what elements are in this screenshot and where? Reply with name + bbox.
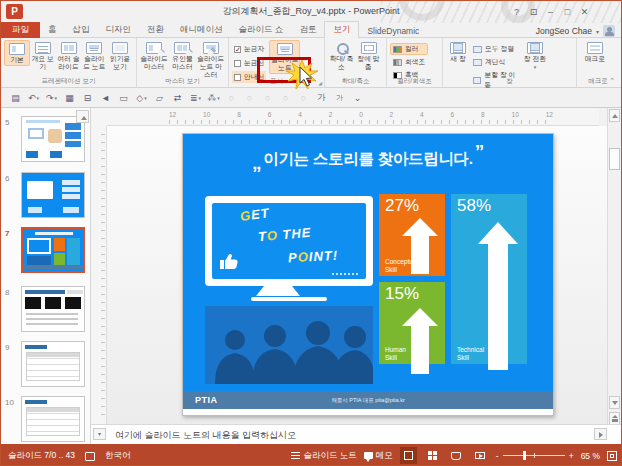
slide-sorter-button[interactable]: 여러 슬라이드 <box>56 40 82 72</box>
stat-box-technical[interactable]: 58% TechnicalSkill <box>451 194 527 364</box>
comments-toggle[interactable]: 메모 <box>364 450 393 462</box>
shape-style-icon[interactable]: ○ <box>241 90 258 106</box>
undo-icon[interactable]: ↶ <box>25 90 42 106</box>
grid-icon[interactable]: ▦ <box>61 90 78 106</box>
zoom-out-icon[interactable]: - <box>496 451 499 461</box>
group-label-color: 컬러/회색조 <box>387 77 442 86</box>
vertical-ruler[interactable] <box>91 126 107 424</box>
horizontal-ruler[interactable]: 12108 642 024 6810 12 <box>107 108 599 126</box>
tab-slidedynamic[interactable]: SlideDynamic <box>359 24 427 38</box>
notes-toggle-button[interactable]: 슬라이드 노트 <box>269 40 300 74</box>
language-indicator[interactable]: 한국어 <box>105 450 131 462</box>
slide-master-button[interactable]: 슬라이드 마스터 <box>140 40 168 72</box>
shapes-icon[interactable]: ◇ <box>133 90 150 106</box>
ruler-checkbox[interactable]: ✓ <box>234 46 241 53</box>
notes-pane[interactable]: ▾ 여기에 슬라이드 노트의 내용을 입력하십시오 <box>91 424 622 444</box>
qat-more-icon[interactable]: ⌄ <box>349 90 366 106</box>
scrollbar-thumb[interactable] <box>609 148 620 170</box>
zoom-track[interactable] <box>503 455 565 456</box>
stat-box-human[interactable]: 15% HumanSkill <box>379 282 445 364</box>
open-quote: „ <box>252 152 261 173</box>
shape-style-icon[interactable]: ○ <box>295 90 312 106</box>
outline-view-button[interactable]: 개요 보기 <box>30 40 56 72</box>
gridlines-checkbox-row[interactable]: 눈금선 <box>232 57 266 69</box>
open-folder-icon[interactable]: ▱ <box>151 90 168 106</box>
monitor-graphic[interactable]: GET TO THE POINT! <box>205 196 373 286</box>
notes-placeholder[interactable]: 여기에 슬라이드 노트의 내용을 입력하십시오 <box>115 429 296 442</box>
slide-title[interactable]: „이기는 스토리를 찾아드립니다.” <box>183 147 553 170</box>
tab-view[interactable]: 보기 <box>324 21 359 38</box>
slide-number-indicator[interactable]: 슬라이드 7/0 .. 43 <box>8 450 75 462</box>
zoom-icon <box>334 42 350 54</box>
audio-icon[interactable]: ◄ <box>97 90 114 106</box>
collapse-ribbon-icon[interactable]: ⌃ <box>609 77 615 85</box>
zoom-thumb[interactable] <box>523 451 526 460</box>
save-icon[interactable]: ▤ <box>7 90 24 106</box>
tab-file[interactable]: 파일 <box>1 22 40 38</box>
slide-sorter-toggle[interactable] <box>424 447 441 464</box>
tab-home[interactable]: 홈 <box>40 22 65 38</box>
align-icon[interactable]: ≣ <box>187 90 204 106</box>
help-icon[interactable]: ? <box>508 1 525 23</box>
macros-button[interactable]: 매크로 <box>580 40 610 64</box>
tab-transitions[interactable]: 전환 <box>139 22 172 38</box>
tab-animations[interactable]: 애니메이션 <box>172 22 231 38</box>
font-shrink-icon[interactable]: 가 <box>331 90 348 106</box>
fit-to-window-button[interactable]: 창에 맞춤 <box>355 40 382 72</box>
normal-view-toggle[interactable] <box>400 447 417 464</box>
scroll-down-icon[interactable] <box>609 396 620 409</box>
normal-view-button[interactable]: 기본 <box>4 40 30 66</box>
redo-icon[interactable]: ↷ <box>43 90 60 106</box>
replace-icon[interactable]: ⇄ <box>169 90 186 106</box>
scroll-up-icon[interactable] <box>609 109 620 122</box>
minimize-icon[interactable]: – <box>542 1 559 23</box>
zoom-in-icon[interactable]: + <box>569 451 574 461</box>
fit-slide-to-window-icon[interactable] <box>607 451 617 461</box>
maximize-icon[interactable]: □ <box>559 1 576 23</box>
tab-slideshow[interactable]: 슬라이드 쇼 <box>231 22 292 38</box>
tab-design[interactable]: 디자인 <box>98 22 140 38</box>
vertical-scrollbar[interactable] <box>607 108 620 444</box>
ruler-checkbox-row[interactable]: ✓ 눈금자 <box>232 43 266 55</box>
slideshow-toggle[interactable] <box>472 447 489 464</box>
zoom-button[interactable]: 확대/ 축소 <box>328 40 355 72</box>
show-dialog-launcher-icon[interactable]: ◢ <box>318 80 322 86</box>
reading-view-toggle[interactable] <box>448 447 465 464</box>
shape-style-icon[interactable]: ○ <box>259 90 276 106</box>
zoom-slider[interactable]: - + <box>496 451 574 461</box>
arrange-icon[interactable]: ⁂ <box>205 90 222 106</box>
ribbon-display-options-icon[interactable]: ⊡ <box>525 1 542 23</box>
notes-toggle[interactable]: 슬라이드 노트 <box>291 450 356 462</box>
close-icon[interactable]: ✕ <box>576 1 593 23</box>
new-window-button[interactable]: 새 창 <box>446 40 470 64</box>
rectangle-icon[interactable]: ▭ <box>115 90 132 106</box>
arrange-all-button[interactable]: 모두 정렬 <box>470 43 522 55</box>
slide-editing-area[interactable]: „이기는 스토리를 찾아드립니다.” GET TO THE POINT! <box>107 126 609 424</box>
grayscale-button[interactable]: 회색조 <box>390 56 428 68</box>
notes-page-button[interactable]: 슬라이드 노트 <box>81 40 107 72</box>
color-button[interactable]: 컬러 <box>390 43 428 55</box>
font-grow-icon[interactable]: 가 <box>313 90 330 106</box>
handout-master-button[interactable]: 유인물 마스터 <box>168 40 196 72</box>
slide-canvas[interactable]: „이기는 스토리를 찾아드립니다.” GET TO THE POINT! <box>182 133 554 416</box>
shape-style-icon[interactable]: ○ <box>223 90 240 106</box>
status-bar: 슬라이드 7/0 .. 43 한국어 슬라이드 노트 메모 - + 65 % <box>1 444 622 466</box>
notes-collapse-icon[interactable]: ▾ <box>93 428 106 440</box>
thumbnail-scroll-up-icon[interactable] <box>76 110 89 123</box>
notes-scroll-right-icon[interactable] <box>594 428 607 440</box>
normal-view-icon <box>9 43 25 55</box>
proofing-icon[interactable] <box>85 452 95 461</box>
switch-windows-button[interactable]: 창 전환▾ <box>522 40 548 72</box>
shape-style-icon[interactable]: ○ <box>277 90 294 106</box>
zoom-percentage[interactable]: 65 % <box>581 451 600 461</box>
table-icon[interactable]: ⊟ <box>79 90 96 106</box>
account-menu[interactable]: JongSeo Chae ▾ <box>536 25 615 37</box>
tab-review[interactable]: 검토 <box>291 22 324 38</box>
stat-box-conceptual[interactable]: 27% ConceptualSkill <box>379 194 445 276</box>
audience-graphic[interactable] <box>205 306 373 384</box>
cascade-button[interactable]: 계단식 <box>470 56 522 68</box>
notes-master-button[interactable]: 슬라이드 노트 마스터 <box>197 40 225 79</box>
reading-view-button[interactable]: 읽기용 보기 <box>107 40 133 72</box>
tab-insert[interactable]: 삽입 <box>65 22 98 38</box>
gridlines-checkbox[interactable] <box>234 60 241 67</box>
